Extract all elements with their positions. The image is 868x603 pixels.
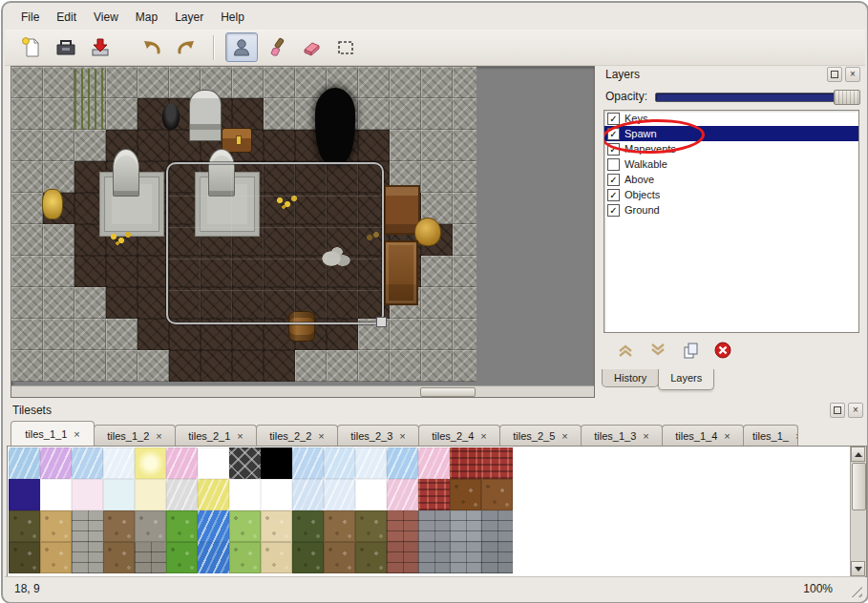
map-tile[interactable] bbox=[201, 350, 232, 382]
map-tile[interactable] bbox=[453, 256, 476, 287]
map-tile[interactable] bbox=[232, 67, 264, 98]
opacity-slider-handle[interactable] bbox=[834, 90, 860, 105]
map-tile[interactable] bbox=[138, 319, 169, 350]
layer-visibility-checkbox[interactable]: ✓ bbox=[607, 174, 620, 186]
map-tile[interactable] bbox=[453, 193, 476, 224]
map-tile[interactable] bbox=[453, 161, 476, 193]
map-tile[interactable] bbox=[11, 287, 43, 319]
tileset-tab-tiles_1_1[interactable]: tiles_1_1× bbox=[11, 421, 95, 446]
tileset-tile[interactable] bbox=[481, 542, 513, 573]
menu-edit[interactable]: Edit bbox=[48, 8, 85, 27]
layer-row-keys[interactable]: ✓Keys bbox=[604, 111, 858, 126]
tab-close-icon[interactable]: × bbox=[74, 428, 79, 440]
layer-visibility-checkbox[interactable]: ✓ bbox=[607, 204, 620, 217]
tab-close-icon[interactable]: × bbox=[480, 430, 486, 442]
tileset-tile[interactable] bbox=[198, 447, 229, 479]
map-tile[interactable] bbox=[43, 98, 74, 130]
tileset-tile[interactable] bbox=[418, 479, 450, 510]
tileset-tile[interactable] bbox=[481, 447, 513, 479]
map-tile[interactable] bbox=[295, 350, 327, 382]
dock-tab-layers[interactable]: Layers bbox=[658, 369, 714, 390]
map-tile[interactable] bbox=[453, 350, 476, 382]
undo-button[interactable] bbox=[137, 33, 167, 61]
layer-row-above[interactable]: ✓Above bbox=[604, 172, 858, 187]
tab-close-icon[interactable]: × bbox=[237, 430, 243, 442]
scroll-up-button[interactable] bbox=[851, 447, 865, 462]
tab-close-icon[interactable]: × bbox=[399, 430, 405, 442]
tileset-tile[interactable] bbox=[450, 447, 481, 479]
select-tool-button[interactable] bbox=[330, 33, 361, 61]
map-tile[interactable] bbox=[421, 256, 453, 287]
scrollbar-thumb[interactable] bbox=[852, 463, 866, 510]
delete-layer-button[interactable] bbox=[712, 340, 733, 361]
tileset-tile[interactable] bbox=[166, 479, 198, 510]
tileset-tile[interactable] bbox=[387, 510, 418, 542]
map-tile[interactable] bbox=[11, 130, 43, 161]
tileset-tile[interactable] bbox=[229, 479, 261, 510]
layer-visibility-checkbox[interactable] bbox=[607, 158, 620, 171]
tileset-tile[interactable] bbox=[418, 510, 450, 542]
layer-visibility-checkbox[interactable]: ✓ bbox=[607, 128, 620, 140]
tileset-tab-tiles_2_1[interactable]: tiles_2_1× bbox=[175, 425, 257, 446]
map-tile[interactable] bbox=[106, 98, 138, 130]
tileset-tile[interactable] bbox=[9, 510, 40, 542]
resize-grip[interactable] bbox=[850, 585, 862, 597]
tileset-tile[interactable] bbox=[198, 479, 229, 510]
raise-layer-button[interactable] bbox=[615, 340, 636, 361]
map-tile[interactable] bbox=[232, 98, 264, 130]
tileset-tile[interactable] bbox=[387, 542, 418, 573]
tileset-tile[interactable] bbox=[450, 510, 481, 542]
map-tile[interactable] bbox=[453, 319, 476, 350]
tileset-tab-tiles_2_5[interactable]: tiles_2_5× bbox=[499, 425, 582, 446]
map-tile[interactable] bbox=[43, 319, 74, 350]
tileset-tile[interactable] bbox=[166, 542, 198, 573]
tileset-tile[interactable] bbox=[481, 510, 513, 542]
tileset-tile[interactable] bbox=[355, 542, 387, 573]
duplicate-layer-button[interactable] bbox=[680, 340, 701, 361]
layer-visibility-checkbox[interactable]: ✓ bbox=[607, 189, 620, 201]
tileset-tile[interactable] bbox=[40, 510, 72, 542]
menu-help[interactable]: Help bbox=[212, 8, 253, 27]
map-tile[interactable] bbox=[11, 98, 43, 130]
tileset-tile[interactable] bbox=[198, 542, 229, 573]
tileset-tab-tiles_1_4[interactable]: tiles_1_4× bbox=[662, 425, 744, 446]
map-tile[interactable] bbox=[390, 350, 421, 382]
tileset-tile[interactable] bbox=[418, 447, 450, 479]
layer-row-mapevents[interactable]: ✓Mapevents bbox=[604, 141, 858, 156]
tileset-tile[interactable] bbox=[324, 447, 355, 479]
tileset-tile[interactable] bbox=[72, 479, 103, 510]
map-tile[interactable] bbox=[74, 130, 106, 161]
map-tile[interactable] bbox=[421, 161, 453, 193]
tileset-tile[interactable] bbox=[418, 542, 450, 573]
map-tile[interactable] bbox=[264, 67, 295, 98]
tileset-tile[interactable] bbox=[261, 542, 292, 573]
map-tile[interactable] bbox=[358, 130, 390, 161]
tileset-tile[interactable] bbox=[72, 447, 103, 479]
map-tile[interactable] bbox=[453, 287, 476, 319]
map-tile[interactable] bbox=[421, 319, 453, 350]
layer-row-objects[interactable]: ✓Objects bbox=[604, 187, 858, 202]
menu-map[interactable]: Map bbox=[127, 8, 166, 27]
map-tile[interactable] bbox=[43, 350, 74, 382]
tileset-tile[interactable] bbox=[135, 542, 166, 573]
tileset-tile[interactable] bbox=[292, 447, 324, 479]
map-tile[interactable] bbox=[264, 350, 295, 382]
map-canvas[interactable] bbox=[11, 66, 595, 398]
menu-layer[interactable]: Layer bbox=[166, 8, 212, 27]
layer-row-walkable[interactable]: Walkable bbox=[604, 156, 858, 172]
map-tile[interactable] bbox=[106, 287, 138, 319]
map-tile[interactable] bbox=[138, 256, 169, 287]
map-tile[interactable] bbox=[421, 98, 453, 130]
tileset-tile[interactable] bbox=[40, 479, 72, 510]
tileset-tile[interactable] bbox=[387, 479, 418, 510]
map-horizontal-scrollbar[interactable] bbox=[11, 385, 594, 397]
tileset-tile[interactable] bbox=[103, 542, 135, 573]
map-tile[interactable] bbox=[358, 98, 390, 130]
tab-close-icon[interactable]: × bbox=[643, 430, 648, 442]
redo-button[interactable] bbox=[171, 33, 201, 61]
map-tile[interactable] bbox=[264, 130, 295, 161]
tileset-tab-tiles_1_2[interactable]: tiles_1_2× bbox=[94, 425, 176, 446]
save-button[interactable] bbox=[85, 33, 116, 61]
map-tile[interactable] bbox=[358, 350, 390, 382]
tileset-tile[interactable] bbox=[292, 479, 324, 510]
